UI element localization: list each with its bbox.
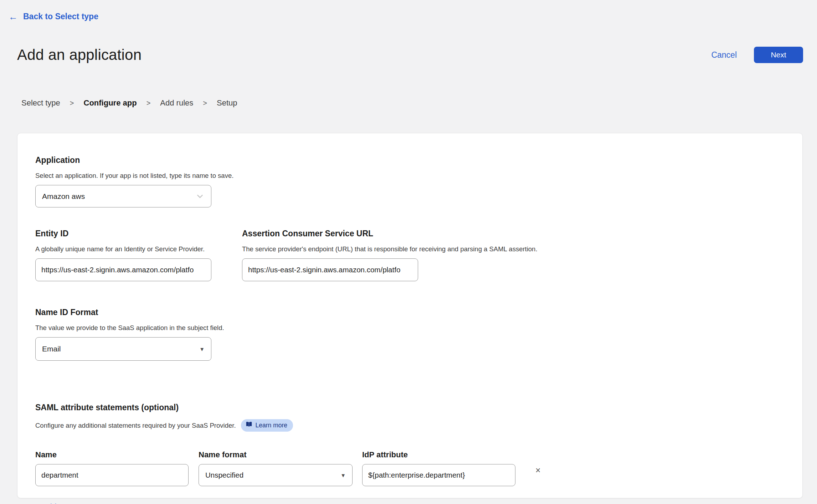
application-select[interactable]: Amazon aws <box>35 185 211 207</box>
acs-url-input[interactable] <box>242 258 418 281</box>
name-id-format-select-value: Email <box>42 345 61 353</box>
page-header: Add an application Cancel Next <box>17 46 803 63</box>
remove-statement-button[interactable]: × <box>535 466 541 475</box>
cancel-button[interactable]: Cancel <box>711 50 737 60</box>
breadcrumb-separator: > <box>70 99 74 107</box>
acs-url-heading: Assertion Consumer Service URL <box>242 229 785 238</box>
name-id-format-heading: Name ID Format <box>35 308 785 317</box>
breadcrumb-separator: > <box>203 99 207 107</box>
breadcrumb-step-setup[interactable]: Setup <box>217 98 237 108</box>
name-id-format-section: Name ID Format The value we provide to t… <box>35 308 785 361</box>
book-icon <box>246 421 252 429</box>
learn-more-label: Learn more <box>256 422 288 429</box>
application-description: Select an application. If your app is no… <box>35 172 785 180</box>
statement-format-label: Name format <box>199 450 353 459</box>
header-actions: Cancel Next <box>711 47 803 63</box>
name-id-format-description: The value we provide to the SaaS applica… <box>35 324 785 332</box>
saml-statement-row: Name Name format Unspecified ▼ IdP attri… <box>35 450 785 486</box>
statement-idp-field: IdP attribute <box>362 450 515 486</box>
statement-format-field: Name format Unspecified ▼ <box>199 450 353 486</box>
page-title: Add an application <box>17 46 142 63</box>
back-link-label: Back to Select type <box>23 12 98 21</box>
statement-format-select[interactable]: Unspecified ▼ <box>199 464 353 486</box>
acs-url-section: Assertion Consumer Service URL The servi… <box>242 229 785 281</box>
saml-endpoints-row: Entity ID A globally unique name for an … <box>35 229 785 281</box>
statement-name-field: Name <box>35 450 189 486</box>
statement-format-select-value: Unspecified <box>205 471 243 479</box>
breadcrumb-step-configure-app[interactable]: Configure app <box>84 98 137 108</box>
caret-down-icon: ▼ <box>340 472 346 478</box>
back-to-select-type-link[interactable]: ← Back to Select type <box>9 12 98 21</box>
saml-attributes-heading: SAML attribute statements (optional) <box>35 403 785 412</box>
application-section: Application Select an application. If yo… <box>35 155 785 207</box>
breadcrumb-step-select-type[interactable]: Select type <box>21 98 60 108</box>
add-statement-link[interactable]: + Add statement <box>35 503 95 504</box>
chevron-down-icon <box>195 192 205 201</box>
entity-id-heading: Entity ID <box>35 229 242 238</box>
next-button[interactable]: Next <box>754 47 803 63</box>
saml-attributes-description-row: Configure any additional statements requ… <box>35 419 785 432</box>
statement-idp-input[interactable] <box>362 464 515 486</box>
application-heading: Application <box>35 155 785 165</box>
back-arrow-icon: ← <box>9 12 18 21</box>
statement-idp-label: IdP attribute <box>362 450 515 459</box>
name-id-format-select[interactable]: Email ▼ <box>35 337 211 361</box>
statement-name-label: Name <box>35 450 189 459</box>
breadcrumb-separator: > <box>147 99 151 107</box>
learn-more-button[interactable]: Learn more <box>241 419 293 432</box>
breadcrumb: Select type > Configure app > Add rules … <box>21 98 237 108</box>
acs-url-description: The service provider's endpoint (URL) th… <box>242 245 785 253</box>
entity-id-section: Entity ID A globally unique name for an … <box>35 229 242 281</box>
entity-id-description: A globally unique name for an Identity o… <box>35 245 242 253</box>
application-select-value: Amazon aws <box>42 192 85 201</box>
saml-attributes-description: Configure any additional statements requ… <box>35 422 236 430</box>
configure-app-card: Application Select an application. If yo… <box>17 133 803 498</box>
entity-id-input[interactable] <box>35 258 211 281</box>
saml-attributes-section: SAML attribute statements (optional) Con… <box>35 403 785 504</box>
breadcrumb-step-add-rules[interactable]: Add rules <box>160 98 193 108</box>
statement-name-input[interactable] <box>35 464 189 486</box>
caret-down-icon: ▼ <box>199 346 205 352</box>
